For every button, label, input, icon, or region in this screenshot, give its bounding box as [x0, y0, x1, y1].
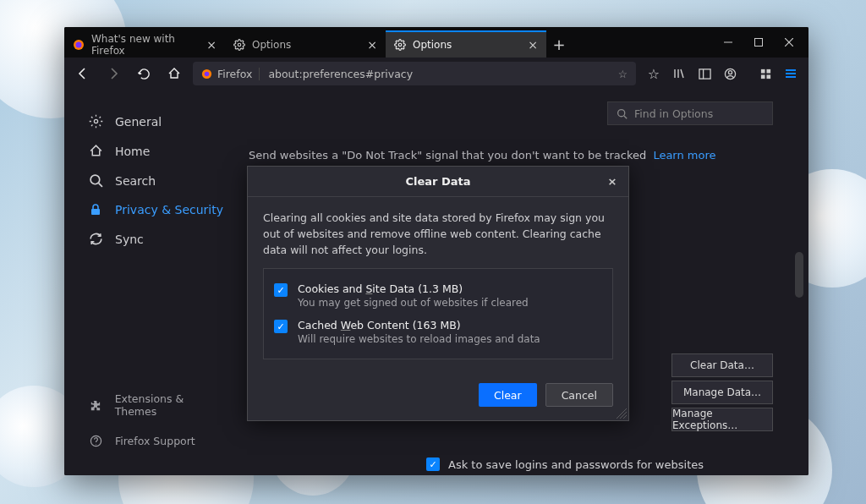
checkbox-cookies-site-data[interactable]: ✓ Cookies and Site Data (1.3 MB) You may… — [274, 277, 602, 314]
dialog-titlebar: Clear Data × — [248, 167, 628, 197]
svg-point-29 — [618, 109, 625, 116]
sidebar-item-label: Home — [115, 145, 150, 158]
svg-point-1 — [76, 42, 82, 48]
checkbox-icon[interactable]: ✓ — [274, 283, 288, 297]
sidebar-item-sync[interactable]: Sync — [81, 224, 233, 254]
sidebar-item-label: Privacy & Security — [115, 203, 223, 216]
forward-button[interactable] — [101, 62, 125, 85]
puzzle-icon — [88, 399, 103, 412]
dialog-options: ✓ Cookies and Site Data (1.3 MB) You may… — [263, 268, 613, 359]
svg-line-26 — [98, 184, 101, 187]
sidebar: General Home Search Privacy & Security S… — [64, 90, 242, 475]
dialog-actions: Clear Cancel — [248, 371, 628, 420]
tab-whatsnew[interactable]: What's new with Firefox × — [64, 30, 225, 58]
account-icon[interactable] — [719, 63, 741, 85]
svg-rect-17 — [760, 68, 765, 73]
dialog-title-text: Clear Data — [405, 175, 470, 188]
clear-data-dialog: Clear Data × Clearing all cookies and si… — [247, 166, 629, 421]
svg-line-12 — [681, 69, 683, 78]
sidebar-item-support[interactable]: Firefox Support — [81, 427, 233, 455]
manage-exceptions-button[interactable]: Manage Exceptions… — [671, 408, 773, 431]
checkbox-icon[interactable]: ✓ — [426, 457, 440, 471]
gear-icon — [394, 39, 406, 51]
toolbar: Firefox about:preferences#privacy ☆ ☆ — [64, 58, 808, 90]
dialog-body: Clearing all cookies and site data store… — [248, 197, 628, 371]
maximize-button[interactable] — [744, 30, 773, 54]
tab-label: Options — [413, 39, 452, 51]
clear-data-button[interactable]: Clear Data… — [671, 353, 773, 377]
svg-rect-13 — [699, 68, 710, 78]
checkbox-sublabel: You may get signed out of websites if cl… — [298, 297, 529, 309]
sidebar-item-label: Extensions & Themes — [115, 392, 227, 418]
lock-icon — [88, 203, 103, 216]
checkbox-label: Cached Web Content (163 MB) — [298, 319, 540, 331]
minimize-button[interactable] — [714, 30, 743, 54]
cancel-button[interactable]: Cancel — [545, 383, 613, 407]
extensions-icon[interactable] — [754, 63, 776, 85]
learn-more-link[interactable]: Learn more — [653, 149, 715, 162]
sync-icon — [88, 232, 103, 246]
gear-icon — [233, 39, 245, 51]
checkbox-cached-web-content[interactable]: ✓ Cached Web Content (163 MB) Will requi… — [274, 314, 602, 350]
svg-rect-20 — [766, 74, 770, 79]
svg-rect-27 — [91, 209, 100, 215]
dialog-close-button[interactable]: × — [603, 172, 622, 190]
clear-button[interactable]: Clear — [479, 383, 537, 407]
help-icon — [88, 435, 103, 447]
sidebar-item-extensions[interactable]: Extensions & Themes — [81, 385, 233, 425]
titlebar: What's new with Firefox × Options × Opti… — [64, 27, 808, 58]
close-icon[interactable]: × — [528, 38, 538, 52]
svg-point-25 — [90, 175, 100, 184]
firefox-logo-icon — [201, 68, 212, 79]
svg-rect-18 — [766, 68, 770, 73]
tab-strip: What's new with Firefox × Options × Opti… — [64, 27, 714, 58]
sidebar-item-general[interactable]: General — [81, 107, 233, 136]
close-icon[interactable]: × — [367, 38, 377, 52]
home-button[interactable] — [162, 62, 186, 85]
reload-button[interactable] — [132, 62, 156, 85]
svg-line-30 — [624, 115, 627, 118]
search-icon — [617, 108, 628, 119]
new-tab-button[interactable]: + — [546, 30, 572, 58]
site-identity[interactable]: Firefox — [201, 68, 260, 80]
tab-label: What's new with Firefox — [91, 33, 200, 57]
svg-point-16 — [728, 70, 732, 74]
gear-icon — [88, 114, 103, 129]
find-in-options[interactable]: Find in Options — [607, 101, 773, 125]
manage-data-button[interactable]: Manage Data… — [671, 381, 773, 404]
firefox-favicon-icon — [73, 39, 85, 51]
tab-options-active[interactable]: Options × — [386, 30, 546, 58]
search-icon — [88, 173, 103, 188]
sidebar-item-search[interactable]: Search — [81, 166, 233, 195]
sidebar-item-label: Search — [115, 174, 156, 188]
checkbox-icon[interactable]: ✓ — [274, 320, 288, 333]
checkbox-sublabel: Will require websites to reload images a… — [298, 333, 540, 345]
close-icon[interactable]: × — [206, 38, 216, 52]
svg-point-3 — [398, 43, 402, 47]
resize-grip-icon[interactable] — [617, 408, 627, 419]
close-window-button[interactable] — [775, 30, 803, 54]
url-text: about:preferences#privacy — [268, 68, 609, 80]
sidebar-item-home[interactable]: Home — [81, 136, 233, 166]
sidebar-item-label: Sync — [115, 233, 144, 246]
svg-rect-19 — [760, 74, 765, 79]
bookmark-star-icon[interactable]: ☆ — [618, 68, 628, 80]
checkbox-ask-save-logins[interactable]: ✓ Ask to save logins and passwords for w… — [426, 453, 704, 475]
address-bar[interactable]: Firefox about:preferences#privacy ☆ — [193, 62, 636, 85]
library-icon[interactable] — [668, 63, 690, 85]
dialog-description: Clearing all cookies and site data store… — [263, 211, 613, 258]
sidebar-item-privacy[interactable]: Privacy & Security — [81, 195, 233, 224]
menu-icon[interactable] — [780, 63, 802, 85]
svg-point-24 — [94, 119, 97, 123]
identity-label: Firefox — [217, 68, 252, 80]
tab-options-1[interactable]: Options × — [225, 30, 386, 58]
window-controls — [714, 27, 808, 58]
checkbox-label: Cookies and Site Data (1.3 MB) — [298, 282, 529, 295]
sidebar-item-label: General — [115, 115, 162, 129]
svg-point-9 — [205, 71, 210, 76]
pocket-icon[interactable]: ☆ — [643, 63, 665, 85]
scrollbar-thumb[interactable] — [795, 252, 803, 298]
back-button[interactable] — [71, 62, 95, 85]
sidebar-icon[interactable] — [693, 63, 715, 85]
checkbox-label: Ask to save logins and passwords for web… — [448, 458, 704, 471]
